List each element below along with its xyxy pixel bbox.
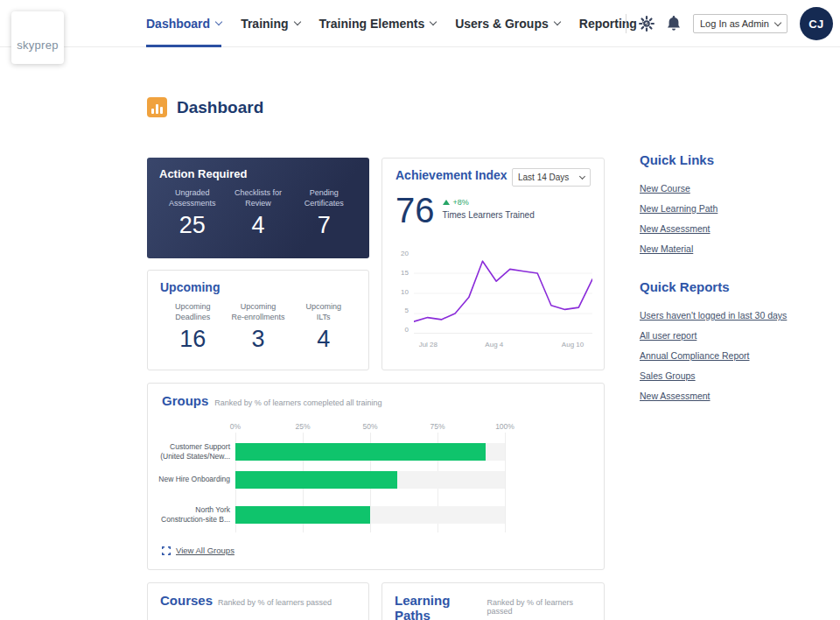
stat-upcoming-ilts[interactable]: Upcoming ILTs 4	[290, 302, 356, 353]
stat-value: 16	[160, 326, 226, 353]
upcoming-card: Upcoming Upcoming Deadlines 16 Upcoming …	[147, 270, 369, 370]
achievement-metric-label: Times Learners Trained	[443, 210, 535, 220]
admin-login-dropdown[interactable]: Log In as Admin	[693, 14, 788, 33]
nav-dashboard[interactable]: Dashboard	[146, 0, 221, 47]
main-menu: Dashboard Training Training Elements Use…	[146, 0, 648, 47]
link-new-learning-path[interactable]: New Learning Path	[640, 203, 797, 214]
group-bar-row[interactable]: North York Construction-site B...	[148, 506, 604, 524]
upcoming-title: Upcoming	[160, 280, 356, 294]
quick-links-panel: Quick Links New Course New Learning Path…	[640, 152, 797, 264]
link-sales-groups[interactable]: Sales Groups	[640, 370, 797, 381]
link-new-assessment[interactable]: New Assessment	[640, 223, 797, 234]
stat-label: Upcoming Re-enrollments	[226, 302, 291, 323]
stat-checklists-review[interactable]: Checklists for Review 4	[225, 188, 290, 239]
achievement-score: 76	[396, 193, 435, 228]
stat-upcoming-deadlines[interactable]: Upcoming Deadlines 16	[160, 302, 226, 353]
nav-dashboard-label: Dashboard	[146, 17, 210, 31]
expand-icon	[162, 546, 171, 555]
groups-subtitle: Ranked by % of learners comepleted all t…	[214, 398, 382, 407]
stat-label: Pending Certificates	[291, 188, 357, 209]
chevron-down-icon	[579, 173, 585, 180]
page-header: Dashboard	[147, 97, 263, 117]
action-required-card: Action Required Ungraded Assessments 25 …	[147, 158, 369, 258]
chevron-down-icon	[774, 18, 781, 25]
learning-paths-card: Learning Paths Ranked by % of learners p…	[382, 582, 605, 620]
link-all-user-report[interactable]: All user report	[640, 330, 797, 341]
chevron-down-icon	[293, 18, 300, 25]
view-all-groups-link[interactable]: View All Groups	[162, 546, 234, 555]
stat-value: 7	[291, 212, 357, 239]
chevron-down-icon	[215, 18, 222, 25]
stat-value: 4	[225, 212, 290, 239]
stat-ungraded-assessments[interactable]: Ungraded Assessments 25	[159, 188, 225, 239]
upcoming-stats: Upcoming Deadlines 16 Upcoming Re-enroll…	[160, 302, 356, 353]
page-title: Dashboard	[177, 98, 263, 117]
link-new-course[interactable]: New Course	[640, 183, 797, 194]
action-required-title: Action Required	[159, 167, 357, 180]
learning-paths-subtitle: Ranked by % of learners passed	[487, 598, 592, 616]
dashboard-chart-icon	[147, 97, 167, 117]
learning-paths-title: Learning Paths	[395, 593, 482, 620]
link-users-not-logged-in[interactable]: Users haven't logged in last 30 days	[640, 310, 797, 321]
line-chart-plot	[414, 253, 592, 334]
nav-training-label: Training	[241, 17, 288, 31]
stat-upcoming-reenrollments[interactable]: Upcoming Re-enrollments 3	[226, 302, 291, 353]
stat-pending-certificates[interactable]: Pending Certificates 7	[291, 188, 357, 239]
nav-users-groups-label: Users & Groups	[455, 17, 549, 31]
nav-divider	[626, 14, 626, 33]
quick-reports-panel: Quick Reports Users haven't logged in la…	[640, 279, 797, 411]
skyprep-logo[interactable]: skyprep	[11, 11, 64, 64]
courses-subtitle: Ranked by % of learners passed	[218, 598, 332, 607]
group-label: North York Construction-site B...	[155, 506, 230, 524]
view-all-groups-label: View All Groups	[176, 546, 234, 555]
achievement-line-chart: 20 15 10 5 0 Jul 28 Aug 4 Aug 10	[393, 251, 598, 353]
group-label: New Hire Onboarding	[155, 471, 230, 489]
bar-fill	[235, 443, 486, 461]
stat-value: 3	[226, 326, 291, 353]
x-axis-labels: Jul 28 Aug 4 Aug 10	[414, 341, 592, 351]
bar-track	[235, 471, 505, 489]
nav-training-elements-label: Training Elements	[319, 17, 425, 31]
bar-track	[235, 506, 505, 524]
y-axis-labels: 20 15 10 5 0	[393, 250, 409, 334]
nav-users-groups[interactable]: Users & Groups	[455, 0, 560, 47]
achievement-title: Achievement Index	[396, 168, 508, 182]
chevron-down-icon	[430, 18, 437, 25]
courses-card: Courses Ranked by % of learners passed	[147, 582, 369, 620]
notifications-bell-icon[interactable]	[667, 16, 681, 32]
stat-label: Checklists for Review	[225, 188, 290, 209]
courses-title: Courses	[160, 593, 213, 608]
achievement-index-card: Achievement Index Last 14 Days 76 +8% Ti…	[382, 158, 605, 370]
trend-up-icon	[443, 200, 450, 205]
stat-value: 4	[290, 326, 356, 353]
groups-card: Groups Ranked by % of learners comeplete…	[147, 383, 605, 570]
nav-right-controls: Log In as Admin CJ	[626, 0, 833, 47]
nav-training-elements[interactable]: Training Elements	[319, 0, 437, 47]
stat-value: 25	[159, 212, 225, 239]
link-new-assessment-report[interactable]: New Assessment	[640, 391, 797, 401]
nav-training[interactable]: Training	[241, 0, 299, 47]
group-label: Customer Support (United States/New...	[155, 443, 230, 461]
avatar-initials: CJ	[808, 18, 824, 31]
stat-label: Ungraded Assessments	[159, 188, 225, 209]
groups-title: Groups	[162, 393, 208, 408]
settings-gear-icon[interactable]	[639, 16, 654, 32]
user-avatar[interactable]: CJ	[800, 7, 833, 40]
group-bar-row[interactable]: Customer Support (United States/New...	[148, 443, 604, 461]
logo-text: skyprep	[17, 39, 59, 52]
date-range-label: Last 14 Days	[518, 173, 569, 182]
link-annual-compliance-report[interactable]: Annual Compliance Report	[640, 350, 797, 361]
achievement-delta: +8%	[453, 198, 469, 207]
top-navigation: Dashboard Training Training Elements Use…	[0, 0, 840, 47]
bar-fill	[235, 506, 370, 524]
skyprep-dashboard: Dashboard Training Training Elements Use…	[0, 0, 840, 620]
link-new-material[interactable]: New Material	[640, 243, 797, 254]
quick-reports-title: Quick Reports	[640, 279, 797, 294]
stat-label: Upcoming Deadlines	[160, 302, 226, 323]
admin-login-label: Log In as Admin	[700, 18, 769, 29]
date-range-dropdown[interactable]: Last 14 Days	[512, 168, 591, 187]
bar-track	[235, 443, 505, 461]
chevron-down-icon	[554, 18, 561, 25]
action-required-stats: Ungraded Assessments 25 Checklists for R…	[159, 188, 357, 239]
group-bar-row[interactable]: New Hire Onboarding	[148, 471, 604, 489]
